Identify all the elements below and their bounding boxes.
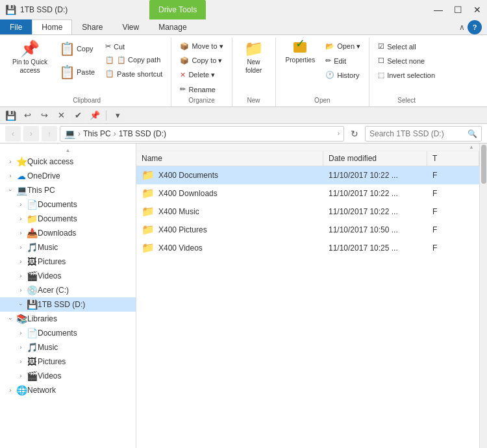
sidebar-label: Videos	[38, 271, 61, 280]
chevron-icon: ›	[16, 230, 26, 236]
file-date: 11/10/2017 10:25 ...	[323, 242, 427, 254]
pin-to-quick-access-button[interactable]: 📌 Pin to Quick access	[8, 38, 52, 78]
network-icon: 🌐	[16, 385, 27, 395]
chevron-icon: ›	[16, 201, 26, 208]
qat-redo[interactable]: ↪	[37, 108, 51, 123]
properties-button[interactable]: ✓ Properties	[281, 38, 320, 67]
file-row[interactable]: 📁 X400 Music 11/10/2017 10:22 ... F	[136, 203, 479, 221]
sidebar-label: Libraries	[27, 314, 57, 323]
drive-tools-badge: Drive Tools	[149, 0, 206, 19]
select-label: Select	[375, 95, 438, 104]
tab-home[interactable]: Home	[32, 19, 72, 34]
file-row[interactable]: 📁 X400 Pictures 11/10/2017 10:50 ... F	[136, 221, 479, 239]
file-type: F	[427, 242, 479, 254]
chevron-icon: ›	[5, 173, 16, 179]
qat-icon: 💾	[5, 110, 16, 121]
ribbon-collapse-icon[interactable]: ∧	[459, 23, 465, 32]
invert-selection-button[interactable]: ⬚ Invert selection	[375, 69, 438, 81]
edit-button[interactable]: ✏ Edit	[322, 55, 364, 67]
qat-separator	[106, 110, 106, 121]
back-button[interactable]: ‹	[5, 126, 21, 142]
folder-icon: 📁	[142, 205, 155, 218]
address-bar: ‹ › ↑ 💻 › This PC › 1TB SSD (D:) › ↻ 🔍	[0, 124, 487, 143]
select-all-button[interactable]: ☑ Select all	[375, 40, 438, 53]
sidebar-item-ssd-d[interactable]: › 💾 1TB SSD (D:)	[0, 297, 136, 312]
sidebar-label: Acer (C:)	[38, 286, 69, 295]
organize-label: Organize	[177, 95, 226, 104]
file-row[interactable]: 📁 X400 Videos 11/10/2017 10:25 ... F	[136, 239, 479, 257]
chevron-icon: ›	[5, 158, 16, 165]
sidebar-item-documents1[interactable]: › 📄 Documents	[0, 197, 136, 212]
file-name: X400 Pictures	[158, 225, 207, 234]
chevron-icon: ›	[5, 387, 16, 393]
history-button[interactable]: 🕐 History	[322, 69, 364, 81]
copy-button[interactable]: 📋 Copy	[55, 38, 99, 60]
close-button[interactable]: ✕	[468, 3, 487, 17]
rename-button[interactable]: ✏ Rename	[177, 83, 226, 95]
sidebar-item-lib-music[interactable]: › 🎵 Music	[0, 340, 136, 355]
paste-button[interactable]: 📋 Paste	[55, 61, 99, 83]
sidebar-item-downloads[interactable]: › 📥 Downloads	[0, 226, 136, 240]
sidebar-item-videos[interactable]: › 🎬 Videos	[0, 269, 136, 283]
main-content: ▲ › ⭐ Quick access › ☁ OneDrive › 💻 This…	[0, 143, 487, 448]
music-icon: 🎵	[26, 242, 38, 253]
sidebar-label: Music	[38, 243, 58, 252]
paste-shortcut-button[interactable]: 📋 Paste shortcut	[102, 68, 166, 80]
scrollbar-thumb[interactable]	[481, 145, 486, 184]
sidebar-item-libraries[interactable]: › 📚 Libraries	[0, 312, 136, 326]
sidebar-item-onedrive[interactable]: › ☁ OneDrive	[0, 169, 136, 183]
cut-icon: ✂	[105, 42, 111, 51]
select-none-button[interactable]: ☐ Select none	[375, 55, 438, 67]
sidebar-item-acer-c[interactable]: › 💿 Acer (C:)	[0, 283, 136, 297]
acer-icon: 💿	[26, 285, 38, 295]
sidebar-item-quick-access[interactable]: › ⭐ Quick access	[0, 155, 136, 169]
col-header-type[interactable]: T	[427, 151, 479, 166]
col-header-date[interactable]: Date modified	[323, 151, 427, 166]
copy-to-button[interactable]: 📦 Copy to ▾	[177, 55, 226, 67]
maximize-button[interactable]: ☐	[448, 3, 468, 17]
this-pc-icon: 💻	[16, 185, 27, 195]
qat-dropdown[interactable]: ▾	[110, 108, 125, 123]
documents2-icon: 📁	[26, 214, 38, 224]
copy-path-button[interactable]: 📋 📋 Copy path	[102, 54, 166, 66]
open-button[interactable]: 📂 Open ▾	[322, 40, 364, 53]
sidebar-item-pictures[interactable]: › 🖼 Pictures	[0, 255, 136, 269]
file-row[interactable]: 📁 X400 Downloads 11/10/2017 10:22 ... F	[136, 184, 479, 203]
file-type: F	[427, 188, 479, 199]
help-button[interactable]: ?	[468, 20, 482, 34]
sidebar-item-network[interactable]: › 🌐 Network	[0, 383, 136, 397]
delete-button[interactable]: ✕ Delete ▾	[177, 69, 226, 81]
sidebar-item-lib-documents[interactable]: › 📄 Documents	[0, 326, 136, 340]
sidebar-item-lib-pictures[interactable]: › 🖼 Pictures	[0, 355, 136, 369]
tab-share[interactable]: Share	[72, 19, 112, 34]
qat-undo[interactable]: ↩	[20, 108, 34, 123]
tab-manage[interactable]: Manage	[149, 19, 196, 34]
file-row[interactable]: 📁 X400 Documents 11/10/2017 10:22 ... F	[136, 166, 479, 184]
tab-view[interactable]: View	[112, 19, 149, 34]
qat-confirm[interactable]: ✔	[71, 108, 85, 123]
qat-cancel[interactable]: ✕	[54, 108, 68, 123]
file-list-header: Name Date modified T	[136, 151, 479, 166]
history-icon: 🕐	[325, 71, 334, 79]
sidebar-item-this-pc[interactable]: › 💻 This PC	[0, 183, 136, 197]
col-header-name[interactable]: Name	[136, 151, 323, 166]
move-to-button[interactable]: 📦 Move to ▾	[177, 40, 226, 53]
sidebar-item-documents2[interactable]: › 📁 Documents	[0, 212, 136, 226]
up-button[interactable]: ↑	[42, 126, 57, 142]
qat-pin[interactable]: 📌	[88, 108, 102, 123]
tab-file[interactable]: File	[0, 19, 32, 34]
search-input[interactable]	[369, 129, 468, 138]
forward-button[interactable]: ›	[23, 126, 39, 142]
downloads-icon: 📥	[26, 228, 38, 238]
title-bar: 💾 1TB SSD (D:) Drive Tools — ☐ ✕	[0, 0, 487, 19]
new-folder-button[interactable]: 📁 New folder	[238, 38, 270, 78]
ribbon-group-open: ✓ Properties 📂 Open ▾ ✏ Edit 🕐 History	[276, 38, 370, 106]
cut-button[interactable]: ✂ Cut	[102, 40, 166, 53]
sidebar-item-lib-videos[interactable]: › 🎬 Videos	[0, 369, 136, 383]
minimize-button[interactable]: —	[429, 3, 448, 17]
address-path[interactable]: 💻 › This PC › 1TB SSD (D:) ›	[60, 126, 344, 142]
file-type: F	[427, 224, 479, 236]
refresh-button[interactable]: ↻	[347, 126, 362, 142]
file-type: F	[427, 169, 479, 181]
sidebar-item-music[interactable]: › 🎵 Music	[0, 240, 136, 255]
